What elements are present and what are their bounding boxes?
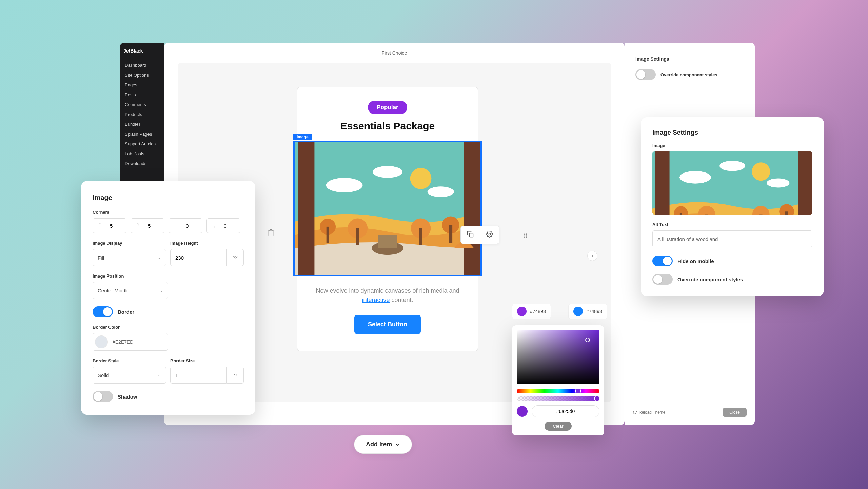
- sidebar-item-pages[interactable]: Pages: [123, 80, 161, 90]
- corner-tr-icon: ⌝: [131, 219, 144, 233]
- duplicate-button[interactable]: [461, 226, 480, 244]
- sidebar-item-bundles[interactable]: Bundles: [123, 119, 161, 129]
- corners-label: Corners: [93, 210, 244, 215]
- border-size-label: Border Size: [170, 358, 244, 363]
- image-height-input[interactable]: [170, 249, 227, 266]
- expand-panel-button[interactable]: [587, 251, 597, 261]
- corner-tl-icon: ⌜: [93, 219, 106, 233]
- color-chip-purple[interactable]: #74893: [512, 304, 551, 319]
- chevron-down-icon: ⌄: [158, 255, 161, 260]
- alt-text-label: Alt Text: [652, 222, 812, 227]
- alpha-slider[interactable]: [517, 396, 599, 401]
- clear-color-button[interactable]: Clear: [545, 422, 571, 431]
- svg-point-21: [524, 235, 525, 236]
- settings-button[interactable]: [480, 226, 499, 244]
- image-style-panel: Image Corners ⌜ ⌝ ⌞ ⌟ Image Display Fill…: [81, 181, 255, 415]
- svg-point-19: [524, 233, 525, 235]
- svg-point-20: [526, 233, 527, 235]
- right-panel-title: Image Settings: [635, 56, 744, 62]
- shadow-toggle-label: Shadow: [118, 394, 137, 400]
- sidebar-item-posts[interactable]: Posts: [123, 90, 161, 100]
- card-image[interactable]: [293, 141, 482, 276]
- block-toolbar: [460, 226, 499, 244]
- corner-br-input[interactable]: ⌟: [206, 218, 240, 233]
- override-component-label: Override component styles: [677, 277, 743, 282]
- select-button[interactable]: Select Button: [354, 315, 421, 334]
- popular-badge: Popular: [368, 101, 407, 114]
- current-color-swatch: [517, 406, 528, 417]
- alt-text-input[interactable]: [652, 230, 812, 247]
- sidebar-item-support-articles[interactable]: Support Articles: [123, 139, 161, 149]
- copy-icon: [467, 231, 474, 238]
- image-block-tag: Image: [293, 134, 312, 140]
- sidebar-item-downloads[interactable]: Downloads: [123, 159, 161, 168]
- image-position-label: Image Position: [93, 273, 168, 279]
- editor-tab-title: First Choice: [164, 43, 625, 63]
- override-component-toggle[interactable]: [652, 274, 673, 285]
- hex-input[interactable]: [532, 405, 599, 417]
- corner-bl-icon: ⌞: [169, 219, 182, 233]
- hide-mobile-toggle[interactable]: [652, 256, 673, 266]
- override-styles-label: Override component styles: [660, 72, 717, 77]
- hue-knob[interactable]: [575, 388, 581, 394]
- brand-label: JetBlack: [123, 48, 161, 54]
- card-description: Now evolve into dynamic canvases of rich…: [308, 286, 467, 305]
- color-picker-popover: Clear: [512, 325, 604, 435]
- border-size-input[interactable]: [170, 367, 227, 384]
- border-toggle-label: Border: [118, 309, 134, 315]
- close-button[interactable]: Close: [723, 408, 747, 417]
- sidebar-item-products[interactable]: Products: [123, 109, 161, 119]
- add-item-button[interactable]: Add item: [354, 435, 412, 454]
- border-toggle[interactable]: [93, 306, 113, 317]
- hue-slider[interactable]: [517, 389, 599, 393]
- color-saturation-picker[interactable]: [517, 330, 599, 384]
- image-position-select[interactable]: Center Middle⌄: [93, 282, 168, 299]
- override-styles-toggle[interactable]: [635, 69, 656, 80]
- trash-icon: [267, 229, 275, 237]
- sidebar-item-comments[interactable]: Comments: [123, 100, 161, 109]
- shadow-toggle[interactable]: [93, 391, 113, 402]
- svg-point-24: [526, 237, 527, 238]
- image-height-unit: PX: [227, 249, 244, 266]
- gear-icon: [486, 231, 493, 238]
- chevron-right-icon: [590, 254, 594, 258]
- card-image-block[interactable]: Image: [293, 141, 482, 276]
- sidebar-item-lab-posts[interactable]: Lab Posts: [123, 149, 161, 159]
- border-color-label: Border Color: [93, 325, 244, 330]
- sidebar-item-splash-pages[interactable]: Splash Pages: [123, 129, 161, 139]
- admin-sidebar: JetBlack Dashboard Site Options Pages Po…: [120, 43, 164, 181]
- chevron-down-icon: ⌄: [158, 373, 161, 378]
- border-color-picker[interactable]: #E2E7ED: [93, 333, 168, 351]
- corner-bl-input[interactable]: ⌞: [169, 218, 202, 233]
- chevron-down-icon: ⌄: [160, 288, 163, 293]
- border-color-swatch: [95, 335, 108, 348]
- corner-tr-input[interactable]: ⌝: [131, 218, 164, 233]
- corner-br-icon: ⌟: [207, 219, 220, 233]
- picker-cursor[interactable]: [585, 338, 590, 342]
- card-title: Essentials Package: [308, 120, 467, 132]
- hide-mobile-label: Hide on mobile: [677, 258, 714, 264]
- border-style-select[interactable]: Solid⌄: [93, 367, 166, 384]
- image-display-select[interactable]: Fill⌄: [93, 249, 166, 266]
- reload-theme-link[interactable]: Reload Theme: [633, 410, 666, 415]
- drag-handle[interactable]: [522, 232, 529, 241]
- color-dot-icon: [517, 307, 527, 316]
- drag-icon: [522, 232, 529, 239]
- delete-button[interactable]: [267, 229, 275, 238]
- border-style-label: Border Style: [93, 358, 166, 363]
- sidebar-item-dashboard[interactable]: Dashboard: [123, 60, 161, 70]
- refresh-icon: [633, 410, 637, 414]
- pricing-card[interactable]: Popular Essentials Package Image Now evo…: [297, 87, 478, 351]
- svg-point-22: [526, 235, 527, 236]
- image-preview[interactable]: [652, 151, 812, 215]
- image-display-label: Image Display: [93, 241, 166, 246]
- corner-tl-input[interactable]: ⌜: [93, 218, 126, 233]
- alpha-knob[interactable]: [594, 395, 600, 402]
- color-chip-blue[interactable]: #74893: [568, 304, 607, 319]
- settings-card-title: Image Settings: [652, 129, 812, 136]
- color-dot-icon: [573, 307, 583, 316]
- svg-point-23: [524, 237, 525, 238]
- sidebar-item-site-options[interactable]: Site Options: [123, 70, 161, 80]
- interactive-link[interactable]: interactive: [362, 297, 390, 303]
- svg-rect-17: [470, 233, 473, 237]
